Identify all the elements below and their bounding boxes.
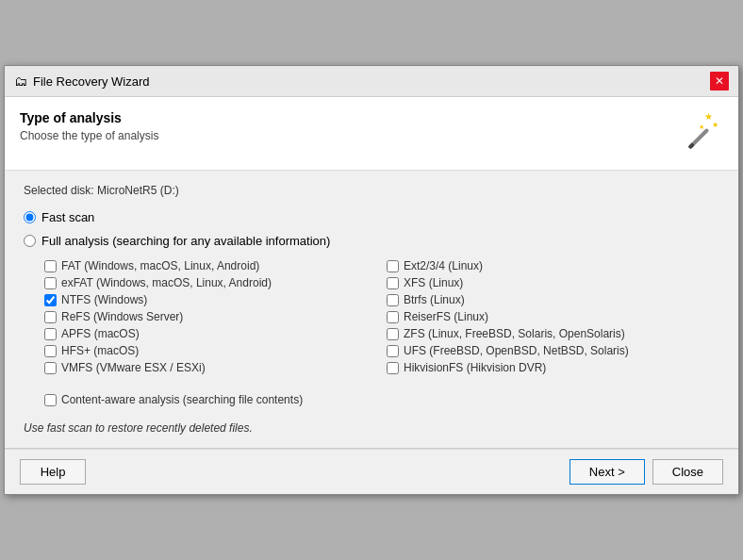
fs-exfat-label: exFAT (Windows, macOS, Linux, Android) <box>61 276 272 289</box>
window-title: File Recovery Wizard <box>33 74 150 89</box>
fs-ntfs-option[interactable]: NTFS (Windows) <box>44 291 377 308</box>
full-analysis-label: Full analysis (searching for any availab… <box>41 234 330 248</box>
title-bar: 🗂 File Recovery Wizard ✕ <box>5 66 738 97</box>
next-button[interactable]: Next > <box>570 459 645 485</box>
fs-zfs-checkbox[interactable] <box>387 328 399 340</box>
analysis-subheading: Choose the type of analysis <box>20 129 158 142</box>
svg-text:★: ★ <box>712 121 718 129</box>
fs-xfs-label: XFS (Linux) <box>404 276 463 289</box>
fs-ext2-label: Ext2/3/4 (Linux) <box>404 259 483 272</box>
filesystem-grid: FAT (Windows, macOS, Linux, Android) exF… <box>44 257 719 376</box>
fs-reiserfs-checkbox[interactable] <box>387 311 399 323</box>
svg-text:★: ★ <box>699 124 704 130</box>
fs-fat-label: FAT (Windows, macOS, Linux, Android) <box>61 259 259 272</box>
fs-btrfs-label: Btrfs (Linux) <box>404 293 465 306</box>
footer: Help Next > Close <box>5 449 738 494</box>
fs-ufs-label: UFS (FreeBSD, OpenBSD, NetBSD, Solaris) <box>404 344 629 357</box>
fs-hikvision-label: HikvisionFS (Hikvision DVR) <box>404 361 546 374</box>
fs-vmfs-option[interactable]: VMFS (VMware ESX / ESXi) <box>44 359 377 376</box>
analysis-heading: Type of analysis <box>20 110 158 125</box>
fs-reiserfs-option[interactable]: ReiserFS (Linux) <box>387 308 719 325</box>
title-bar-left: 🗂 File Recovery Wizard <box>14 74 150 89</box>
fs-xfs-checkbox[interactable] <box>387 277 399 289</box>
fs-apfs-checkbox[interactable] <box>44 328 57 340</box>
fs-hfsplus-checkbox[interactable] <box>44 345 57 357</box>
fs-zfs-label: ZFS (Linux, FreeBSD, Solaris, OpenSolari… <box>404 327 625 340</box>
fs-exfat-checkbox[interactable] <box>44 277 57 289</box>
fs-refs-checkbox[interactable] <box>44 311 57 323</box>
fs-reiserfs-label: ReiserFS (Linux) <box>404 310 488 323</box>
header-section: Type of analysis Choose the type of anal… <box>5 97 738 171</box>
fs-hfsplus-option[interactable]: HFS+ (macOS) <box>44 342 377 359</box>
fs-zfs-option[interactable]: ZFS (Linux, FreeBSD, Solaris, OpenSolari… <box>387 325 719 342</box>
fs-xfs-option[interactable]: XFS (Linux) <box>387 274 719 291</box>
fs-ntfs-checkbox[interactable] <box>44 294 57 306</box>
fs-ufs-option[interactable]: UFS (FreeBSD, OpenBSD, NetBSD, Solaris) <box>387 342 719 359</box>
fs-hikvision-checkbox[interactable] <box>387 362 399 374</box>
fs-btrfs-checkbox[interactable] <box>387 294 399 306</box>
app-icon: 🗂 <box>14 74 27 89</box>
fs-exfat-option[interactable]: exFAT (Windows, macOS, Linux, Android) <box>44 274 377 291</box>
fs-fat-option[interactable]: FAT (Windows, macOS, Linux, Android) <box>44 257 377 274</box>
content-aware-label: Content-aware analysis (searching file c… <box>61 393 303 406</box>
fs-vmfs-label: VMFS (VMware ESX / ESXi) <box>61 361 206 374</box>
footer-right-buttons: Next > Close <box>570 459 723 485</box>
fs-vmfs-checkbox[interactable] <box>44 362 57 374</box>
fs-refs-option[interactable]: ReFS (Windows Server) <box>44 308 377 325</box>
fs-refs-label: ReFS (Windows Server) <box>61 310 183 323</box>
fs-fat-checkbox[interactable] <box>44 260 57 272</box>
fs-apfs-option[interactable]: APFS (macOS) <box>44 325 377 342</box>
fast-scan-option[interactable]: Fast scan <box>24 210 719 224</box>
help-button[interactable]: Help <box>20 459 86 485</box>
info-text: Use fast scan to restore recently delete… <box>24 421 719 435</box>
content-aware-option[interactable]: Content-aware analysis (searching file c… <box>44 393 719 406</box>
close-button[interactable]: Close <box>652 459 723 485</box>
fs-ext2-checkbox[interactable] <box>387 260 399 272</box>
header-text: Type of analysis Choose the type of anal… <box>20 110 158 142</box>
selected-disk-label: Selected disk: MicroNetR5 (D:) <box>24 184 719 197</box>
fs-hikvision-option[interactable]: HikvisionFS (Hikvision DVR) <box>387 359 719 376</box>
content-area: Selected disk: MicroNetR5 (D:) Fast scan… <box>5 171 738 448</box>
close-window-button[interactable]: ✕ <box>710 72 729 91</box>
right-column: Ext2/3/4 (Linux) XFS (Linux) Btrfs (Linu… <box>387 257 719 376</box>
full-analysis-option[interactable]: Full analysis (searching for any availab… <box>24 234 719 248</box>
full-analysis-radio[interactable] <box>24 235 36 247</box>
wand-icon: ★ ★ ★ <box>678 110 723 160</box>
fs-apfs-label: APFS (macOS) <box>61 327 140 340</box>
content-aware-checkbox[interactable] <box>44 394 57 406</box>
fs-btrfs-option[interactable]: Btrfs (Linux) <box>387 291 719 308</box>
fs-ntfs-label: NTFS (Windows) <box>61 293 147 306</box>
fast-scan-radio[interactable] <box>24 211 36 223</box>
fast-scan-label: Fast scan <box>41 210 94 224</box>
fs-hfsplus-label: HFS+ (macOS) <box>61 344 139 357</box>
fs-ufs-checkbox[interactable] <box>387 345 399 357</box>
left-column: FAT (Windows, macOS, Linux, Android) exF… <box>44 257 377 376</box>
fs-ext2-option[interactable]: Ext2/3/4 (Linux) <box>387 257 719 274</box>
filesystem-options: FAT (Windows, macOS, Linux, Android) exF… <box>44 257 719 376</box>
dialog-window: 🗂 File Recovery Wizard ✕ Type of analysi… <box>4 65 739 495</box>
